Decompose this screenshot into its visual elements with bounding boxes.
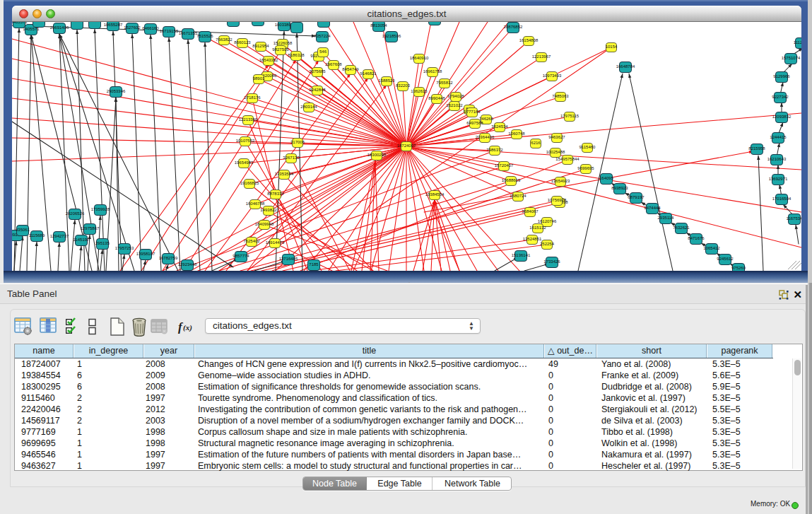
- svg-text:17975115: 17975115: [560, 114, 579, 118]
- svg-text:3624534: 3624534: [491, 124, 508, 129]
- svg-text:6879197: 6879197: [628, 195, 645, 199]
- svg-text:98901: 98901: [253, 76, 265, 81]
- svg-text:8471676: 8471676: [688, 236, 705, 240]
- svg-text:15226058: 15226058: [273, 41, 293, 45]
- svg-text:9794028: 9794028: [447, 94, 464, 98]
- svg-text:317006: 317006: [290, 140, 305, 144]
- svg-text:8912954: 8912954: [252, 44, 269, 48]
- svg-text:16543352: 16543352: [259, 58, 278, 62]
- svg-text:20691406: 20691406: [50, 25, 69, 30]
- svg-text:832203: 832203: [396, 83, 411, 88]
- svg-text:16961758: 16961758: [423, 69, 442, 74]
- svg-text:15751074: 15751074: [782, 56, 801, 60]
- svg-text:1493822: 1493822: [260, 208, 277, 212]
- svg-text:7986372: 7986372: [486, 148, 503, 152]
- svg-text:3684067: 3684067: [522, 209, 539, 214]
- svg-text:1527602: 1527602: [124, 25, 141, 30]
- svg-text:2967608: 2967608: [325, 62, 342, 66]
- svg-text:20876852: 20876852: [504, 25, 523, 29]
- svg-text:16782759: 16782759: [159, 256, 178, 260]
- svg-text:7663822: 7663822: [216, 37, 233, 42]
- svg-text:3375685: 3375685: [309, 69, 326, 74]
- svg-text:1362615: 1362615: [411, 89, 428, 93]
- svg-text:3267130: 3267130: [283, 156, 300, 160]
- svg-text:9474444: 9474444: [644, 206, 661, 210]
- svg-text:29053346: 29053346: [107, 89, 126, 93]
- svg-text:18724007: 18724007: [397, 144, 416, 148]
- svg-text:975260: 975260: [731, 266, 746, 270]
- svg-text:(x): (x): [183, 323, 192, 332]
- svg-text:9242848: 9242848: [309, 88, 326, 92]
- svg-text:16120746: 16120746: [538, 219, 557, 223]
- svg-text:8990448: 8990448: [428, 96, 445, 100]
- svg-text:9699695: 9699695: [577, 166, 594, 170]
- svg-text:9227342: 9227342: [772, 95, 789, 99]
- svg-text:16914479: 16914479: [266, 240, 285, 245]
- svg-text:10655287: 10655287: [104, 23, 123, 27]
- svg-text:8186328: 8186328: [288, 53, 305, 57]
- svg-text:6497568: 6497568: [466, 121, 483, 125]
- svg-text:12923448: 12923448: [178, 262, 197, 267]
- svg-text:16210643: 16210643: [767, 157, 787, 161]
- svg-text:1112749: 1112749: [794, 40, 801, 45]
- svg-text:295135: 295135: [95, 241, 110, 245]
- svg-text:13958107: 13958107: [136, 252, 155, 256]
- svg-text:1615132: 1615132: [529, 226, 546, 230]
- svg-text:8813054: 8813054: [370, 23, 387, 28]
- svg-text:7185: 7185: [309, 262, 319, 267]
- svg-text:9245612: 9245612: [717, 257, 734, 261]
- svg-text:7632621: 7632621: [673, 226, 690, 230]
- svg-text:17359928: 17359928: [91, 207, 110, 211]
- svg-text:19384554: 19384554: [425, 192, 445, 197]
- svg-text:7625402: 7625402: [243, 239, 260, 243]
- svg-text:1065412: 1065412: [703, 246, 720, 250]
- svg-text:12975867: 12975867: [81, 226, 100, 230]
- svg-text:15136141: 15136141: [512, 253, 531, 257]
- svg-text:17957253: 17957253: [115, 246, 134, 250]
- svg-text:252254: 252254: [540, 242, 555, 246]
- svg-text:15720407: 15720407: [495, 163, 514, 168]
- svg-text:6466160: 6466160: [142, 26, 159, 30]
- svg-text:8454749: 8454749: [342, 67, 359, 71]
- svg-text:10107552: 10107552: [236, 139, 255, 143]
- svg-text:13524851: 13524851: [523, 237, 542, 241]
- svg-text:1588520: 1588520: [378, 78, 395, 83]
- svg-text:10025488: 10025488: [546, 150, 565, 154]
- svg-text:1060748: 1060748: [508, 132, 525, 136]
- svg-text:10154: 10154: [606, 45, 618, 49]
- svg-text:13654923: 13654923: [551, 179, 570, 183]
- svg-text:18300295: 18300295: [367, 153, 387, 157]
- svg-text:7357224: 7357224: [314, 34, 331, 38]
- svg-text:16648784: 16648784: [616, 64, 635, 69]
- svg-text:12093832: 12093832: [772, 115, 792, 119]
- svg-text:9463627: 9463627: [548, 135, 565, 139]
- svg-text:20206526: 20206526: [66, 211, 85, 216]
- svg-text:1405571: 1405571: [12, 22, 28, 24]
- svg-text:19654983: 19654983: [235, 160, 254, 165]
- svg-text:18640910: 18640910: [410, 56, 429, 60]
- svg-text:435061: 435061: [16, 228, 30, 232]
- svg-text:1621022: 1621022: [446, 103, 463, 107]
- svg-text:2803144: 2803144: [300, 105, 317, 109]
- svg-text:546: 546: [319, 49, 327, 54]
- svg-text:16046788: 16046788: [246, 201, 265, 206]
- svg-text:9115460: 9115460: [579, 145, 596, 149]
- svg-text:12213369: 12213369: [239, 117, 258, 122]
- svg-text:1733426: 1733426: [543, 259, 560, 264]
- svg-text:8878334: 8878334: [267, 192, 284, 196]
- svg-text:10688609: 10688609: [502, 178, 521, 182]
- svg-text:13716485: 13716485: [279, 257, 298, 261]
- svg-text:12213967: 12213967: [532, 54, 551, 59]
- svg-text:17016504: 17016504: [772, 197, 792, 201]
- svg-text:1145197: 1145197: [73, 238, 90, 242]
- svg-text:1115689: 1115689: [29, 233, 45, 238]
- svg-text:10973493: 10973493: [543, 74, 562, 78]
- svg-text:2935114: 2935114: [658, 216, 675, 220]
- svg-text:1244415: 1244415: [770, 135, 787, 139]
- svg-text:164095: 164095: [599, 176, 614, 180]
- svg-text:9146821: 9146821: [360, 71, 377, 76]
- svg-text:13692971: 13692971: [769, 177, 788, 181]
- svg-text:6216: 6216: [531, 141, 541, 145]
- svg-text:9129966: 9129966: [773, 74, 790, 78]
- svg-text:1549575844: 1549575844: [555, 157, 579, 161]
